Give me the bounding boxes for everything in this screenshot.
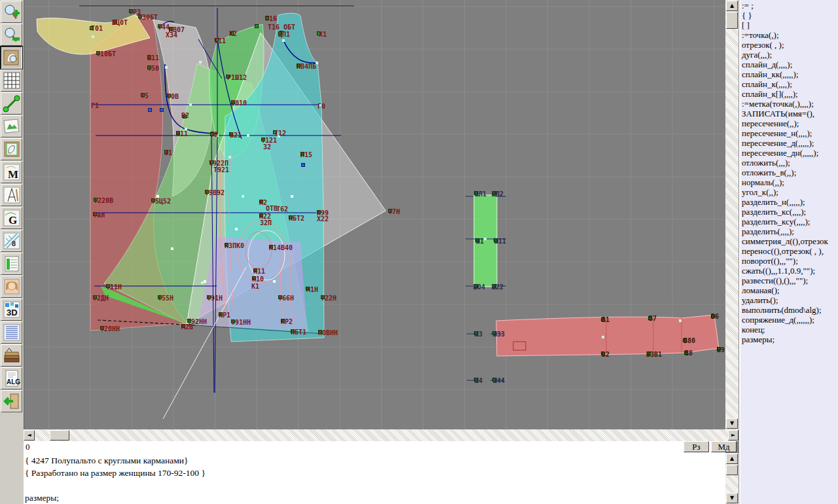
point-label[interactable]: Ш4 (475, 377, 483, 384)
point-label[interactable]: К14В40 (269, 244, 293, 251)
command-item[interactable]: пересечение_н(,,,,); (742, 128, 838, 138)
command-item[interactable]: отложить(,,,); (742, 158, 838, 168)
rz-button[interactable]: Рз (683, 441, 709, 452)
g-module-button[interactable]: G (1, 207, 22, 229)
command-item[interactable]: сплайн_д(,,,,); (742, 60, 838, 69)
point-label[interactable]: Т66Н (278, 295, 294, 302)
scroll-down-button[interactable]: ▼ (726, 418, 738, 429)
point-label[interactable]: Т91НН (231, 319, 251, 326)
drafting-button[interactable] (1, 184, 22, 206)
cyan-point-marker[interactable] (679, 319, 682, 322)
point-label[interactable]: ЛВ4ПБ (297, 63, 316, 70)
view-sheet-button[interactable] (1, 46, 22, 69)
pattern-canvas[interactable]: ТР3Т30БТШЦ0ТТ01Т44ЛВ07Х34Т16Т16_ОБТЦП1Х1… (24, 0, 725, 429)
point-label[interactable]: Т11Н (106, 283, 122, 291)
point-label[interactable]: В9 (717, 346, 725, 353)
blue-point-marker[interactable] (160, 109, 164, 112)
cyan-point-marker[interactable] (189, 103, 192, 106)
command-item[interactable]: симметрия_л((),отрезок (742, 236, 838, 246)
list-button[interactable] (1, 321, 22, 344)
point-label[interactable]: Т9 (210, 131, 218, 138)
command-item[interactable]: развести((),(),,,""); (742, 276, 838, 285)
point-label[interactable]: Т62 (276, 206, 288, 213)
cyan-point-marker[interactable] (92, 35, 94, 38)
command-item[interactable]: нормаль(,,); (742, 177, 838, 187)
point-label[interactable]: Х22 (317, 215, 329, 223)
point-label[interactable]: Т010 (231, 99, 247, 107)
point-label[interactable]: Т20НН (100, 325, 120, 333)
point-label[interactable]: ПБТ2 (289, 215, 304, 222)
point-label[interactable]: Р1Ш12 (227, 74, 247, 81)
point-label[interactable]: КЗПК0 (225, 242, 244, 249)
point-label[interactable]: Ш1 (476, 238, 484, 245)
cyan-point-marker[interactable] (165, 66, 168, 69)
point-label[interactable]: КР2 (281, 318, 293, 325)
point-label[interactable]: П0ВНН (318, 329, 338, 336)
threed-button[interactable]: 3D (1, 298, 22, 321)
point-label[interactable]: Х34 (166, 31, 177, 39)
point-label[interactable]: М2В (181, 323, 193, 331)
point-label[interactable]: В7 (649, 315, 657, 322)
blue-point-marker[interactable] (302, 164, 305, 167)
vertical-scroll-thumb[interactable] (726, 12, 738, 29)
horizontal-scroll-thumb[interactable] (50, 430, 69, 441)
green-point-marker[interactable] (255, 25, 259, 28)
scroll-up-button[interactable]: ▲ (726, 454, 738, 464)
point-label[interactable]: Ш44 (493, 377, 505, 384)
command-item[interactable]: { } (742, 10, 838, 20)
point-label[interactable]: Т220В (94, 197, 113, 204)
point-label[interactable]: К11 (253, 268, 265, 275)
library-button[interactable] (1, 344, 22, 367)
point-label[interactable]: К1 (251, 283, 259, 290)
point-label[interactable]: В80 (683, 337, 695, 344)
scroll-left-button[interactable]: ◄ (24, 430, 35, 441)
point-label[interactable]: Т55Н (158, 295, 173, 302)
cyan-point-marker[interactable] (201, 281, 204, 284)
command-item[interactable]: сжать((),,,1.1,0.9,""); (742, 266, 838, 276)
editor-scroll-thumb[interactable] (726, 465, 738, 475)
cyan-point-marker[interactable] (602, 336, 604, 338)
canvas-vertical-scrollbar[interactable]: ▲ ▼ (725, 0, 738, 429)
point-label[interactable]: З2П (260, 219, 272, 226)
scroll-down-button[interactable]: ▼ (726, 493, 738, 503)
point-label[interactable]: К10 (252, 276, 264, 283)
point-label[interactable]: Тал (93, 211, 105, 219)
point-label[interactable]: ЦП1 (278, 31, 290, 38)
point-label[interactable]: М1Н (306, 286, 318, 293)
command-item[interactable]: пересечение(,,); (742, 118, 838, 128)
ruler-button[interactable]: 8 (1, 230, 22, 252)
white-point-marker[interactable] (273, 280, 276, 283)
editor-vertical-scrollbar[interactable]: ▲ ▼ (725, 453, 738, 504)
point-label[interactable]: Т5 (141, 92, 149, 99)
point-label[interactable]: Т01 (91, 25, 103, 32)
command-item[interactable]: удалить(); (742, 295, 838, 305)
point-label[interactable]: Х2 (229, 30, 237, 37)
image-button[interactable] (1, 115, 22, 137)
point-label[interactable]: Л15 (301, 151, 312, 158)
point-label[interactable]: Т91Н (207, 295, 223, 302)
scroll-up-button[interactable]: ▲ (726, 1, 738, 11)
alg-button[interactable]: ALG (1, 367, 22, 389)
point-label[interactable]: Т7Н (388, 208, 400, 215)
point-label[interactable]: З1 (164, 149, 172, 156)
command-item[interactable]: пересечение_дн(,,,,,); (742, 148, 838, 158)
point-label[interactable]: Ш33 (493, 331, 505, 338)
m-module-button[interactable]: M (1, 161, 22, 183)
point-label[interactable]: Ш04 (473, 283, 485, 291)
cyan-point-marker[interactable] (199, 61, 202, 63)
point-label[interactable]: В8 (685, 350, 693, 357)
table-button[interactable] (1, 253, 22, 275)
white-point-marker[interactable] (291, 195, 293, 198)
model-photo-button[interactable] (1, 276, 22, 298)
point-label[interactable]: Т12 (274, 130, 286, 137)
point-label[interactable]: Т9В92 (205, 189, 225, 196)
command-item[interactable]: конец; (742, 325, 838, 334)
command-item[interactable]: разделить_н(,,,,,); (742, 197, 838, 207)
command-item[interactable]: размеры; (742, 334, 838, 344)
point-label[interactable]: Х1 (319, 31, 327, 38)
point-label[interactable]: Ш11 (494, 238, 506, 245)
command-item[interactable]: сопряжение_д(,,,,,,); (742, 315, 838, 325)
point-label[interactable]: Т44 (158, 24, 170, 31)
command-item[interactable]: выполнить(dmod\alg); (742, 305, 838, 315)
point-label[interactable]: Т0В (167, 93, 179, 100)
